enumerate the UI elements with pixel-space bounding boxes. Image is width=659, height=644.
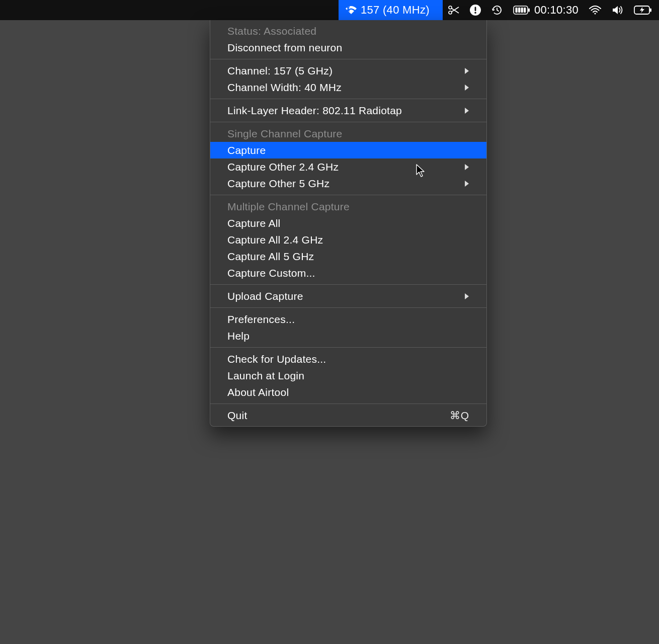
svg-point-11 — [594, 13, 596, 14]
menu-capture-all-5[interactable]: Capture All 5 GHz — [210, 248, 486, 265]
menu-multi-cap-header: Multiple Channel Capture — [210, 198, 486, 215]
menu-preferences[interactable]: Preferences... — [210, 311, 486, 328]
chevron-right-icon — [464, 84, 469, 91]
svg-rect-3 — [475, 7, 476, 12]
svg-rect-9 — [521, 8, 523, 13]
menu-about[interactable]: About Airtool — [210, 384, 486, 400]
svg-point-4 — [474, 12, 476, 14]
menu-upload-capture[interactable]: Upload Capture — [210, 288, 486, 304]
menu-separator — [210, 284, 486, 285]
airtool-wifi-icon — [345, 5, 358, 15]
menu-separator — [210, 59, 486, 59]
battery-menubar-item[interactable]: 00:10:30 — [508, 0, 584, 20]
chevron-right-icon — [464, 164, 469, 171]
airtool-menubar-item[interactable]: 157 (40 MHz) — [339, 0, 443, 20]
alert-menubar-item[interactable] — [465, 0, 486, 20]
menu-capture-other-24[interactable]: Capture Other 2.4 GHz — [210, 158, 486, 175]
menu-capture-other-5[interactable]: Capture Other 5 GHz — [210, 175, 486, 192]
svg-rect-8 — [518, 8, 520, 13]
scissors-icon — [448, 6, 460, 15]
battery-charging-icon — [634, 5, 652, 15]
menu-quit[interactable]: Quit ⌘Q — [210, 407, 486, 424]
speaker-icon — [612, 5, 624, 15]
menu-quit-shortcut: ⌘Q — [450, 410, 469, 422]
backup-clock-icon — [491, 4, 503, 16]
svg-rect-13 — [650, 9, 651, 12]
svg-rect-6 — [528, 9, 530, 12]
menu-channel[interactable]: Channel: 157 (5 GHz) — [210, 62, 486, 79]
timemachine-menubar-item[interactable] — [486, 0, 508, 20]
menu-separator — [210, 195, 486, 195]
menu-separator — [210, 307, 486, 308]
chevron-right-icon — [464, 293, 469, 300]
menu-separator — [210, 122, 486, 122]
chevron-right-icon — [464, 107, 469, 114]
scissors-menubar-item[interactable] — [443, 0, 465, 20]
svg-point-0 — [449, 6, 452, 9]
menu-capture-all-24[interactable]: Capture All 2.4 GHz — [210, 231, 486, 248]
volume-menubar-item[interactable] — [607, 0, 629, 20]
wifi-icon — [589, 5, 602, 15]
airtool-menubar-label: 157 (40 MHz) — [361, 4, 430, 17]
menu-single-cap-header: Single Channel Capture — [210, 125, 486, 142]
battery-time-label: 00:10:30 — [534, 4, 579, 17]
svg-point-1 — [449, 11, 452, 14]
menu-channel-width[interactable]: Channel Width: 40 MHz — [210, 79, 486, 96]
wifi-menubar-item[interactable] — [584, 0, 607, 20]
menu-link-layer[interactable]: Link-Layer Header: 802.11 Radiotap — [210, 102, 486, 119]
menu-separator — [210, 99, 486, 99]
chevron-right-icon — [464, 67, 469, 74]
chevron-right-icon — [464, 180, 469, 187]
charging-menubar-item[interactable] — [629, 0, 659, 20]
svg-rect-10 — [524, 8, 526, 13]
menu-disconnect[interactable]: Disconnect from neuron — [210, 39, 486, 56]
menu-check-updates[interactable]: Check for Updates... — [210, 351, 486, 367]
svg-rect-7 — [515, 8, 517, 13]
menu-capture-all[interactable]: Capture All — [210, 215, 486, 231]
menu-capture[interactable]: Capture — [210, 142, 486, 158]
menu-capture-custom[interactable]: Capture Custom... — [210, 265, 486, 281]
airtool-dropdown-menu: Status: Associated Disconnect from neuro… — [210, 20, 487, 427]
menu-separator — [210, 404, 486, 404]
menubar: 157 (40 MHz) — [339, 0, 659, 20]
menu-separator — [210, 347, 486, 348]
battery-full-icon — [513, 6, 530, 15]
menu-status: Status: Associated — [210, 23, 486, 39]
menu-launch-login[interactable]: Launch at Login — [210, 367, 486, 384]
menu-help[interactable]: Help — [210, 328, 486, 344]
alert-circle-icon — [470, 5, 481, 16]
